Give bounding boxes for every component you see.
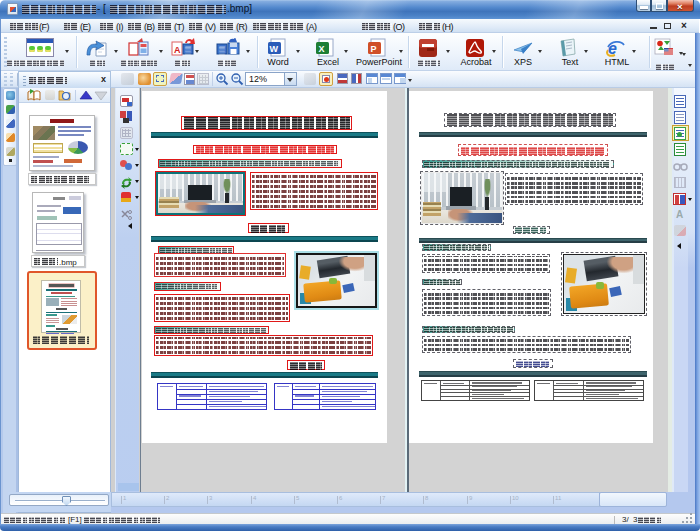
svg-text:▒: ▒ bbox=[185, 46, 191, 55]
svg-text:A: A bbox=[174, 45, 181, 55]
svg-text:W: W bbox=[270, 44, 279, 54]
svg-text:P: P bbox=[371, 44, 377, 54]
svg-text:X: X bbox=[319, 44, 325, 54]
svg-text:▒: ▒ bbox=[219, 46, 225, 55]
